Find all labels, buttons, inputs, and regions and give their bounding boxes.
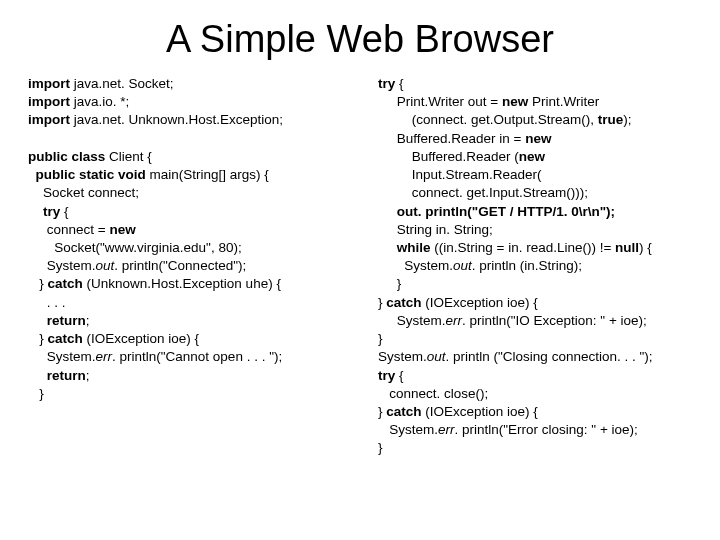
txt: } bbox=[378, 440, 383, 455]
kw-catch: catch bbox=[48, 331, 87, 346]
code-columns: import java.net. Socket; import java.io.… bbox=[28, 75, 692, 458]
txt: { bbox=[64, 204, 69, 219]
id-err: err bbox=[96, 349, 113, 364]
kw-try: try bbox=[28, 204, 64, 219]
txt: String in. String; bbox=[378, 222, 493, 237]
id-err: err bbox=[438, 422, 455, 437]
kw-method-sig: public static void bbox=[28, 167, 150, 182]
txt: . println("Cannot open . . . "); bbox=[112, 349, 282, 364]
id-out: out bbox=[427, 349, 446, 364]
txt: java.net. Unknown.Host.Exception; bbox=[74, 112, 283, 127]
kw-try: try bbox=[378, 76, 399, 91]
txt: Input.Stream.Reader( bbox=[378, 167, 542, 182]
txt: java.net. Socket; bbox=[74, 76, 174, 91]
id-err: err bbox=[446, 313, 463, 328]
txt: connect = bbox=[28, 222, 109, 237]
txt: System. bbox=[378, 349, 427, 364]
kw-return: return bbox=[28, 368, 86, 383]
id-out: out bbox=[453, 258, 472, 273]
txt: } bbox=[378, 276, 401, 291]
txt: . println("IO Exception: " + ioe); bbox=[462, 313, 647, 328]
txt: connect. get.Input.Stream())); bbox=[378, 185, 588, 200]
txt: (connect. get.Output.Stream(), bbox=[378, 112, 598, 127]
kw-import: import bbox=[28, 94, 74, 109]
txt: . println ("Closing connection. . . "); bbox=[446, 349, 653, 364]
kw-new: new bbox=[109, 222, 135, 237]
kw-return: return bbox=[28, 313, 86, 328]
slide-title: A Simple Web Browser bbox=[28, 18, 692, 61]
txt: connect. close(); bbox=[378, 386, 488, 401]
kw-import: import bbox=[28, 112, 74, 127]
kw-true: true bbox=[598, 112, 624, 127]
kw-catch: catch bbox=[48, 276, 87, 291]
kw-public-class: public class bbox=[28, 149, 109, 164]
txt: } bbox=[28, 331, 48, 346]
txt: System. bbox=[378, 258, 453, 273]
txt: . println (in.String); bbox=[472, 258, 582, 273]
kw-try: try bbox=[378, 368, 399, 383]
txt: { bbox=[399, 368, 404, 383]
txt: } bbox=[28, 276, 48, 291]
txt: } bbox=[378, 331, 383, 346]
txt: System. bbox=[28, 349, 96, 364]
txt: ); bbox=[623, 112, 631, 127]
txt: { bbox=[399, 76, 404, 91]
txt: Print.Writer bbox=[532, 94, 599, 109]
code-left-column: import java.net. Socket; import java.io.… bbox=[28, 75, 342, 458]
kw-new: new bbox=[525, 131, 551, 146]
kw-null: null bbox=[615, 240, 639, 255]
txt: Buffered.Reader ( bbox=[378, 149, 519, 164]
txt: (Unknown.Host.Exception uhe) { bbox=[87, 276, 281, 291]
kw-catch: catch bbox=[386, 404, 425, 419]
txt: Print.Writer out = bbox=[378, 94, 502, 109]
txt: ((in.String = in. read.Line()) != bbox=[434, 240, 615, 255]
txt: System. bbox=[378, 422, 438, 437]
kw-new: new bbox=[519, 149, 545, 164]
txt: (IOException ioe) { bbox=[87, 331, 200, 346]
txt: ) { bbox=[639, 240, 652, 255]
kw-new: new bbox=[502, 94, 532, 109]
txt: . println("Error closing: " + ioe); bbox=[455, 422, 638, 437]
txt: (IOException ioe) { bbox=[425, 295, 538, 310]
txt: } bbox=[28, 386, 44, 401]
slide: A Simple Web Browser import java.net. So… bbox=[0, 0, 720, 540]
txt: System. bbox=[378, 313, 446, 328]
txt: Socket connect; bbox=[28, 185, 139, 200]
txt: (IOException ioe) { bbox=[425, 404, 538, 419]
txt: main(String[] args) { bbox=[150, 167, 269, 182]
kw-while: while bbox=[378, 240, 434, 255]
txt: ; bbox=[86, 368, 90, 383]
kw-catch: catch bbox=[386, 295, 425, 310]
highlight-line: out. println("GET / HTTP/1. 0\r\n"); bbox=[378, 204, 615, 219]
txt: System. bbox=[28, 258, 96, 273]
code-right-column: try { Print.Writer out = new Print.Write… bbox=[378, 75, 692, 458]
txt: java.io. *; bbox=[74, 94, 130, 109]
txt: Socket("www.virginia.edu", 80); bbox=[28, 240, 242, 255]
kw-import: import bbox=[28, 76, 74, 91]
txt: Client { bbox=[109, 149, 152, 164]
txt: . . . bbox=[28, 295, 66, 310]
txt: Buffered.Reader in = bbox=[378, 131, 525, 146]
txt: ; bbox=[86, 313, 90, 328]
id-out: out bbox=[96, 258, 115, 273]
txt: . println("Connected"); bbox=[114, 258, 246, 273]
